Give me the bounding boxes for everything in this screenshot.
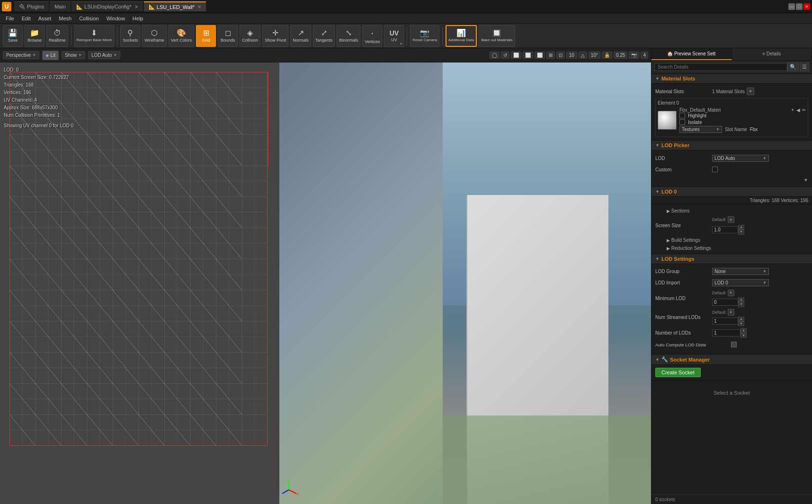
vp-ctrl-box1[interactable]: ⬜ [511, 52, 521, 59]
material-slots-section-header[interactable]: ▼ Material Slots [651, 74, 812, 84]
reset-camera-button[interactable]: 📷 Reset Camera [410, 25, 439, 47]
lod-picker-section-header[interactable]: ▼ LOD Picker [651, 141, 812, 150]
num-streamed-input[interactable] [712, 318, 738, 325]
reduction-settings-subsection[interactable]: ▶ Reduction Settings [655, 245, 808, 251]
lod-auto-button[interactable]: LOD Auto ▼ [88, 51, 120, 59]
bounds-button[interactable]: ◻ Bounds [218, 25, 238, 47]
grid-button[interactable]: ⊞ Grid [196, 25, 216, 47]
vp-ctrl-grid[interactable]: ⊞ [546, 52, 555, 59]
collision-button[interactable]: ◈ Collision [240, 25, 260, 47]
browse-button[interactable]: 📁 Browse [25, 25, 45, 47]
search-button[interactable]: 🔍 [787, 62, 799, 71]
menu-edit[interactable]: Edit [18, 15, 35, 22]
maximize-button[interactable]: □ [796, 3, 803, 10]
uv-button[interactable]: UV UV ▼ [384, 25, 404, 47]
show-pivot-button[interactable]: ✛ Show Pivot [262, 25, 288, 47]
vp-ctrl-box2[interactable]: ⬜ [523, 52, 533, 59]
tab-main[interactable]: Main [50, 1, 71, 11]
screen-size-spinner[interactable]: ▲ ▼ [738, 225, 744, 235]
realtime-button[interactable]: ⏱ Realtime [46, 25, 68, 47]
vp-ctrl-triangle[interactable]: △ [579, 52, 587, 59]
vp-ctrl-lock[interactable]: 🔒 [602, 52, 612, 59]
lod0-section-header[interactable]: ▼ LOD 0 [651, 187, 812, 197]
vp-ctrl-angle[interactable]: 10° [589, 52, 600, 59]
viewport-area: Perspective ▼ ● Lit Show ▼ LOD Auto ▼ ◯ … [0, 48, 812, 504]
tab-lsundisplay[interactable]: 📐 LSUnDisplayConfig* ✕ [71, 1, 143, 11]
menu-window[interactable]: Window [103, 15, 129, 22]
close-tab-lsu-led[interactable]: ✕ [197, 4, 201, 9]
vertices-button[interactable]: · Vertices [362, 25, 382, 47]
menu-collision[interactable]: Collision [75, 15, 103, 22]
save-button[interactable]: 💾 Save [3, 25, 23, 47]
screen-size-input[interactable] [712, 226, 738, 233]
viewport-mode-dropdown[interactable]: Perspective ▼ [3, 51, 39, 59]
tab-preview-scene[interactable]: 🏠 Preview Scene Sett [651, 48, 732, 60]
vp-ctrl-sphere[interactable]: ◯ [490, 52, 500, 59]
show-button[interactable]: Show ▼ [62, 51, 85, 59]
wireframe-button[interactable]: ⬡ Wireframe [142, 25, 167, 47]
menu-file[interactable]: File [2, 15, 18, 22]
min-lod-input[interactable] [712, 299, 738, 306]
num-streamed-plus-button[interactable]: + [728, 309, 734, 316]
vp-ctrl-grid2[interactable]: ⊡ [556, 52, 565, 59]
minimize-button[interactable]: — [788, 3, 795, 10]
close-tab-lsundisplay[interactable]: ✕ [134, 4, 138, 9]
material-find-button[interactable]: ◀ [796, 107, 800, 113]
reimport-button[interactable]: ⬇ Reimport Base Mesh [74, 25, 115, 47]
layout-button[interactable]: ☰ [800, 62, 809, 71]
socket-manager-arrow: ▼ [655, 357, 660, 362]
sections-subsection[interactable]: ▶ Sections [655, 207, 808, 213]
num-lods-spinner[interactable]: ▲▼ [741, 328, 747, 338]
uv-viewport[interactable]: LOD: 0 Current Screen Size: 0.722827 Tri… [0, 62, 651, 504]
additional-data-button[interactable]: 📊 Additional Data [446, 25, 477, 47]
num-streamed-label: Num Streamed LODs [655, 315, 712, 320]
add-material-slot-button[interactable]: + [747, 88, 754, 95]
tangents-button[interactable]: ⤢ Tangents [313, 25, 335, 47]
num-lods-input[interactable] [712, 329, 741, 336]
vp-ctrl-025[interactable]: 0.25 [614, 52, 627, 59]
isolate-checkbox[interactable] [679, 119, 685, 125]
lod-group-dropdown[interactable]: None ▼ [712, 268, 769, 275]
custom-checkbox[interactable] [712, 167, 718, 172]
right-search-bar: 🔍 ☰ [651, 61, 812, 74]
lod-settings-section-header[interactable]: ▼ LOD Settings [651, 254, 812, 264]
min-lod-plus-button[interactable]: + [728, 290, 734, 296]
menu-help[interactable]: Help [129, 15, 147, 22]
textures-dropdown[interactable]: Textures ▼ [679, 126, 722, 133]
vert-colors-button[interactable]: 🎨 Vert Colors [169, 25, 195, 47]
show-dropdown-arrow: ▼ [78, 53, 82, 57]
vp-ctrl-4[interactable]: 4 [641, 52, 648, 59]
material-edit-button[interactable]: ✏ [802, 107, 806, 113]
menu-mesh[interactable]: Mesh [55, 15, 75, 22]
binormals-button[interactable]: ⤡ Binormals [337, 25, 360, 47]
bake-out-button[interactable]: 🔲 Bake out Materials [479, 25, 515, 47]
num-streamed-spinner[interactable]: ▲▼ [738, 317, 744, 327]
tab-plugins[interactable]: 🔌 Plugins [14, 1, 49, 11]
tab-details[interactable]: ≡ Details [732, 48, 812, 60]
sockets-button[interactable]: ⚲ Sockets [120, 25, 140, 47]
close-button[interactable]: ✕ [803, 3, 810, 10]
lod-import-dropdown[interactable]: LOD 0 ▼ [712, 279, 769, 286]
auto-compute-checkbox[interactable] [731, 342, 737, 347]
vp-ctrl-box3[interactable]: ⬜ [535, 52, 545, 59]
show-pivot-icon: ✛ [272, 29, 278, 37]
min-lod-spinner[interactable]: ▲▼ [738, 297, 744, 307]
socket-manager-section-header[interactable]: ▼ 🔧 Socket Manager [651, 354, 812, 365]
slot-name-label: Slot Name [725, 127, 747, 132]
bounds-icon: ◻ [225, 29, 231, 37]
lit-button[interactable]: ● Lit [42, 51, 59, 60]
highlight-checkbox[interactable] [679, 113, 685, 118]
menu-asset[interactable]: Asset [35, 15, 55, 22]
create-socket-button[interactable]: Create Socket [655, 368, 701, 377]
reimport-label: Reimport Base Mesh [77, 38, 112, 42]
search-input[interactable] [654, 63, 787, 71]
vp-ctrl-camera[interactable]: 📷 [629, 52, 639, 59]
material-dropdown-arrow[interactable]: ▼ [791, 108, 794, 112]
vp-ctrl-10[interactable]: 10 [566, 52, 577, 59]
screen-size-plus-button[interactable]: + [728, 216, 734, 223]
normals-button[interactable]: ↗ Normals [290, 25, 311, 47]
vp-ctrl-rotate[interactable]: ↺ [501, 52, 509, 59]
lod-dropdown[interactable]: LOD Auto ▼ [712, 155, 769, 162]
tab-lsu-led[interactable]: 📐 LSU_LED_Wall* ✕ [144, 1, 206, 11]
build-settings-subsection[interactable]: ▶ Build Settings [655, 237, 808, 243]
